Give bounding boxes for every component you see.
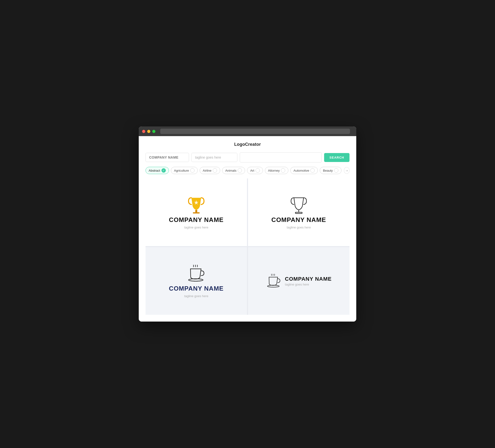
filter-attorney-check: ✓	[281, 168, 285, 173]
card2-company-name: COMPANY NAME	[271, 216, 326, 224]
card1-tagline: tagline goes here	[184, 225, 208, 229]
close-button[interactable]	[142, 130, 145, 133]
company-name-input[interactable]	[146, 153, 189, 162]
app-title: LogoCreator	[146, 142, 349, 147]
search-bar: SEARCH	[146, 152, 349, 162]
filter-abstract[interactable]: Abstract ✓	[146, 167, 169, 174]
card4-company-name: COMPANY NAME	[285, 276, 332, 282]
filter-agriculture-check: ✓	[190, 168, 194, 173]
logo-card-3[interactable]: COMPANY NAME tagline goes here	[146, 247, 247, 315]
filter-beauty-label: Beauty	[323, 169, 332, 172]
titlebar	[139, 126, 356, 136]
logo-content-3: COMPANY NAME tagline goes here	[169, 264, 224, 298]
app-body: LogoCreator SEARCH Abstract ✓ Agricultur…	[139, 136, 356, 322]
card2-tagline: tagline goes here	[287, 225, 311, 229]
filter-next-button[interactable]: →	[344, 167, 349, 174]
filter-art[interactable]: Art ✓	[247, 167, 263, 174]
logo-card-1[interactable]: COMPANY NAME tagline goes here	[146, 178, 247, 246]
logo-content-4: COMPANY NAME tagline goes here	[266, 273, 332, 289]
filter-bar: Abstract ✓ Agriculture ✓ Airline ✓ Anima…	[146, 167, 349, 174]
filter-airline-label: Airline	[203, 169, 211, 172]
filter-beauty-check: ✓	[334, 168, 338, 173]
filter-airline-check: ✓	[213, 168, 217, 173]
filter-beauty[interactable]: Beauty ✓	[320, 167, 341, 174]
filter-abstract-label: Abstract	[149, 169, 160, 172]
app-window: LogoCreator SEARCH Abstract ✓ Agricultur…	[139, 126, 356, 322]
filter-automotive-check: ✓	[310, 168, 315, 173]
filter-animals-label: Animals	[225, 169, 236, 172]
svg-rect-4	[295, 212, 302, 213]
trophy-outline-icon	[289, 195, 308, 215]
filter-automotive[interactable]: Automotive ✓	[290, 167, 318, 174]
card4-tagline: tagline goes here	[285, 283, 332, 286]
logo-card-4[interactable]: COMPANY NAME tagline goes here	[248, 247, 349, 315]
card3-company-name: COMPANY NAME	[169, 285, 224, 292]
filter-attorney-label: Attorney	[268, 169, 280, 172]
filter-attorney[interactable]: Attorney ✓	[265, 167, 288, 174]
extra-search-input[interactable]	[240, 152, 322, 162]
card3-tagline: tagline goes here	[184, 294, 208, 298]
svg-rect-1	[193, 212, 200, 213]
logo-grid: COMPANY NAME tagline goes here COMPANY N…	[146, 178, 349, 315]
maximize-button[interactable]	[152, 130, 155, 133]
card4-text-group: COMPANY NAME tagline goes here	[285, 276, 332, 286]
filter-airline[interactable]: Airline ✓	[200, 167, 220, 174]
filter-animals[interactable]: Animals ✓	[222, 167, 245, 174]
svg-rect-0	[195, 210, 197, 212]
filter-art-label: Art	[250, 169, 254, 172]
filter-automotive-label: Automotive	[293, 169, 309, 172]
filter-animals-check: ✓	[238, 168, 242, 173]
filter-agriculture-label: Agriculture	[174, 169, 189, 172]
filter-agriculture[interactable]: Agriculture ✓	[171, 167, 198, 174]
trophy-gold-icon	[187, 195, 206, 215]
filter-abstract-check: ✓	[162, 168, 166, 173]
logo-content-1: COMPANY NAME tagline goes here	[169, 195, 224, 229]
minimize-button[interactable]	[147, 130, 150, 133]
logo-content-2: COMPANY NAME tagline goes here	[271, 195, 326, 229]
search-button[interactable]: SEARCH	[324, 153, 349, 162]
logo-card-2[interactable]: COMPANY NAME tagline goes here	[248, 178, 349, 246]
arrow-right-icon: →	[345, 169, 348, 172]
tagline-input[interactable]	[192, 153, 237, 162]
address-bar[interactable]	[160, 129, 350, 134]
filter-art-check: ✓	[255, 168, 260, 173]
card1-company-name: COMPANY NAME	[169, 216, 224, 224]
coffee-outline-icon-card3	[187, 264, 206, 283]
coffee-outline-icon-card4	[266, 273, 282, 289]
